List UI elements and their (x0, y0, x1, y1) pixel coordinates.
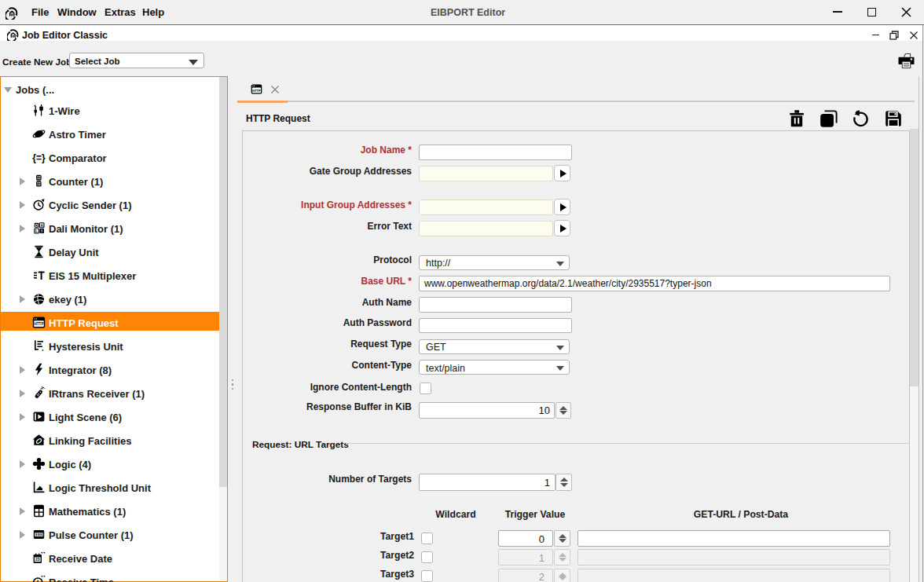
svg-text:23: 23 (35, 557, 40, 562)
svg-text:{=}: {=} (32, 152, 46, 163)
svg-text:L: L (35, 229, 38, 233)
svg-text:HTTP: HTTP (252, 88, 261, 92)
svg-text:A: A (40, 223, 43, 228)
svg-text:HTTP: HTTP (35, 322, 44, 326)
svg-text:D: D (35, 223, 38, 228)
